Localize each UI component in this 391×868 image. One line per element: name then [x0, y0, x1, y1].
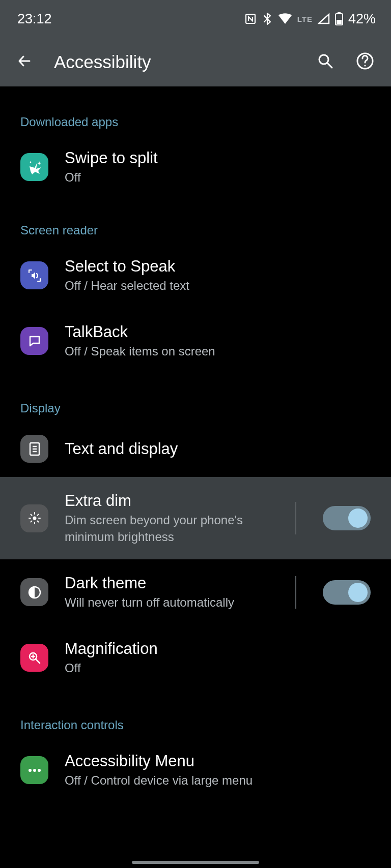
dark-theme-toggle[interactable]	[323, 580, 371, 605]
divider	[295, 576, 296, 609]
item-title: Extra dim	[65, 491, 273, 511]
app-bar: Accessibility	[0, 38, 391, 86]
item-text-and-display[interactable]: Text and display	[0, 421, 391, 477]
bluetooth-icon	[262, 12, 273, 25]
back-icon[interactable]	[16, 53, 33, 71]
item-subtitle: Off / Speak items on screen	[65, 343, 371, 360]
item-title: Magnification	[65, 639, 371, 659]
status-bar: 23:12 LTE 42%	[0, 0, 391, 38]
signal-icon	[318, 13, 330, 24]
item-title: Dark theme	[65, 574, 273, 593]
item-accessibility-menu[interactable]: Accessibility Menu Off / Control device …	[0, 737, 391, 803]
item-subtitle: Off	[65, 660, 371, 676]
item-magnification[interactable]: Magnification Off	[0, 625, 391, 691]
dark-theme-icon	[20, 578, 48, 606]
item-title: Select to Speak	[65, 257, 371, 277]
item-subtitle: Dim screen beyond your phone's minimum b…	[65, 512, 273, 545]
item-extra-dim[interactable]: Extra dim Dim screen beyond your phone's…	[0, 477, 391, 559]
section-interaction-controls: Interaction controls	[0, 691, 391, 737]
swipe-to-split-icon	[20, 153, 48, 181]
divider	[295, 502, 296, 534]
section-display: Display	[0, 374, 391, 421]
item-swipe-to-split[interactable]: Swipe to split Off	[0, 134, 391, 200]
wifi-icon	[278, 13, 292, 24]
talkback-icon	[20, 327, 48, 355]
help-icon[interactable]	[355, 51, 375, 73]
lte-label: LTE	[297, 15, 313, 23]
item-title: TalkBack	[65, 322, 371, 342]
svg-point-7	[30, 161, 31, 163]
select-to-speak-icon	[20, 261, 48, 289]
item-subtitle: Off	[65, 169, 371, 186]
battery-icon	[335, 12, 343, 25]
search-icon[interactable]	[317, 52, 334, 72]
section-screen-reader: Screen reader	[0, 200, 391, 243]
svg-point-6	[364, 65, 366, 66]
text-display-icon	[20, 435, 48, 463]
extra-dim-icon	[20, 504, 48, 532]
status-icons: LTE 42%	[244, 11, 376, 27]
item-dark-theme[interactable]: Dark theme Will never turn off automatic…	[0, 559, 391, 625]
item-subtitle: Will never turn off automatically	[65, 594, 273, 611]
svg-point-14	[38, 769, 41, 772]
page-title: Accessibility	[54, 52, 295, 72]
item-subtitle: Off / Control device via large menu	[65, 772, 371, 789]
extra-dim-toggle[interactable]	[323, 506, 371, 530]
svg-point-13	[33, 769, 36, 772]
magnification-icon	[20, 644, 48, 672]
item-talkback[interactable]: TalkBack Off / Speak items on screen	[0, 308, 391, 374]
item-title: Accessibility Menu	[65, 752, 371, 771]
navigation-handle[interactable]	[132, 861, 259, 864]
nfc-icon	[244, 13, 257, 25]
item-title: Swipe to split	[65, 148, 371, 168]
svg-point-12	[29, 769, 32, 772]
item-title: Text and display	[65, 439, 371, 459]
settings-content: Downloaded apps Swipe to split Off Scree…	[0, 86, 391, 803]
battery-percent: 42%	[348, 11, 376, 27]
svg-rect-3	[337, 20, 342, 24]
status-time: 23:12	[17, 11, 52, 27]
item-subtitle: Off / Hear selected text	[65, 278, 371, 294]
item-select-to-speak[interactable]: Select to Speak Off / Hear selected text	[0, 243, 391, 308]
accessibility-menu-icon	[20, 756, 48, 784]
section-downloaded-apps: Downloaded apps	[0, 92, 391, 134]
svg-point-9	[33, 517, 36, 520]
